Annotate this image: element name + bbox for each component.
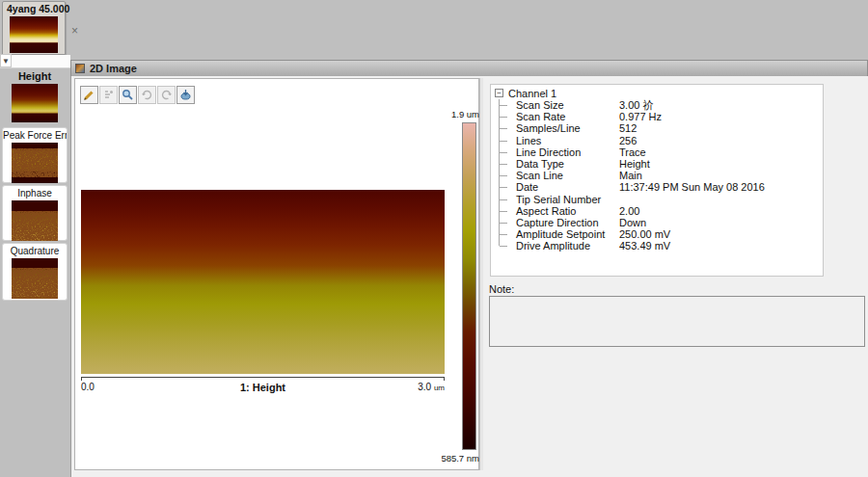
property-row: Scan Size3.00 祄 [499, 99, 823, 111]
property-row: Data TypeHeight [499, 158, 823, 170]
inphase-thumbnail [12, 200, 58, 241]
channel-group-row: − Channel 1 [495, 88, 823, 99]
sidebar-dropdown-icon[interactable]: ▼ [0, 54, 12, 67]
zoom-tool-icon[interactable] [119, 86, 137, 104]
height-thumbnail [12, 84, 58, 122]
marker-tool-icon[interactable] [99, 86, 118, 104]
quadrature-thumbnail [12, 258, 58, 299]
sidebar-item-label: Quadrature [3, 246, 67, 256]
sidebar-item-label: Peak Force Error [3, 130, 67, 141]
rotate-ccw-icon[interactable] [138, 86, 156, 104]
channel-properties-panel: − Channel 1 Scan Size3.00 祄 Scan Rate0.9… [490, 84, 824, 277]
property-row: Amplitude Setpoint250.00 mV [499, 228, 823, 240]
note-input[interactable] [489, 296, 865, 347]
rotate-cw-icon[interactable] [157, 86, 176, 104]
export-3d-icon[interactable] [176, 86, 195, 104]
panel-splitter[interactable] [479, 78, 483, 470]
peak-force-error-thumbnail [12, 143, 58, 183]
property-row: Lines256 [499, 135, 823, 146]
sidebar-item-inphase[interactable]: Inphase [2, 185, 68, 241]
sidebar-item-height[interactable]: Height [2, 70, 68, 122]
window-title: 2D Image [90, 63, 137, 74]
property-row: Scan LineMain [499, 170, 823, 181]
afm-height-image[interactable] [81, 190, 445, 374]
sidebar-item-quadrature[interactable]: Quadrature [2, 243, 68, 301]
color-scale-max-label: 1.9 um [415, 109, 479, 119]
property-row: Samples/Line512 [499, 122, 823, 134]
property-row: Line DirectionTrace [499, 146, 823, 158]
file-tab-label: 4yang 45.000 [7, 3, 69, 14]
file-tab-thumbnail [10, 16, 58, 53]
x-axis-unit: um [434, 384, 445, 392]
sidebar-item-label: Height [2, 70, 68, 82]
property-row: Aspect Ratio2.00 [499, 205, 823, 217]
file-tab-close-icon[interactable]: × [68, 25, 81, 38]
channel-property-list: Scan Size3.00 祄 Scan Rate0.977 Hz Sample… [499, 99, 823, 252]
sidebar-item-peak-force-error[interactable]: Peak Force Error [2, 127, 68, 183]
file-tab[interactable]: 4yang 45.000 [2, 1, 66, 55]
property-row: Scan Rate0.977 Hz [499, 111, 823, 122]
x-axis-line [81, 377, 445, 381]
property-row: Tip Serial Number [499, 194, 823, 205]
window-titlebar[interactable]: 2D Image [70, 60, 868, 76]
property-row: Capture DirectionDown [499, 217, 823, 228]
image-toolbar [80, 86, 196, 104]
sidebar-item-label: Inphase [3, 188, 67, 199]
pencil-tool-icon[interactable] [80, 86, 98, 104]
property-row: Drive Amplitude453.49 mV [499, 240, 823, 252]
property-row: Date11:37:49 PM Sun May 08 2016 [499, 181, 823, 193]
window-icon [75, 64, 85, 73]
channel-group-label: Channel 1 [508, 88, 556, 99]
note-label: Note: [489, 283, 514, 295]
collapse-icon[interactable]: − [495, 89, 503, 97]
x-axis-max: 3.0 um [348, 382, 445, 392]
color-scale-min-label: 585.7 nm [415, 453, 479, 464]
color-scale-bar[interactable] [462, 122, 476, 450]
